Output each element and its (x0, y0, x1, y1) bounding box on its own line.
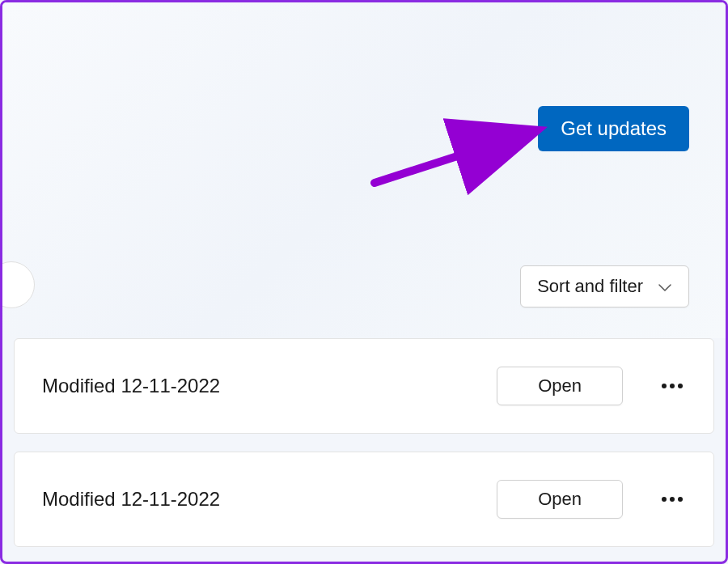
more-options-button[interactable] (655, 494, 689, 505)
more-icon (662, 384, 667, 388)
arrow-annotation (366, 114, 552, 195)
list-item: Modified 12-11-2022 Open (14, 452, 714, 547)
open-button[interactable]: Open (497, 480, 623, 519)
more-icon (670, 384, 675, 388)
more-icon (670, 497, 675, 502)
header-section: Get updates Sort and filter (2, 2, 726, 338)
svg-line-1 (375, 132, 532, 183)
open-label: Open (538, 375, 582, 396)
more-icon (678, 497, 683, 502)
more-icon (662, 497, 667, 502)
get-updates-button[interactable]: Get updates (538, 106, 689, 151)
modified-label: Modified 12-11-2022 (42, 375, 220, 397)
get-updates-label: Get updates (561, 117, 667, 139)
card-actions: Open (497, 367, 689, 405)
sort-filter-label: Sort and filter (537, 276, 643, 297)
sort-filter-button[interactable]: Sort and filter (520, 265, 689, 307)
open-label: Open (538, 489, 582, 509)
more-icon (678, 384, 683, 388)
item-list: Modified 12-11-2022 Open Modified 12-11-… (2, 338, 726, 547)
list-item: Modified 12-11-2022 Open (14, 338, 714, 434)
chevron-down-icon (658, 276, 672, 297)
modified-label: Modified 12-11-2022 (42, 488, 220, 511)
divider-circle (0, 261, 35, 308)
open-button[interactable]: Open (497, 367, 623, 405)
card-actions: Open (497, 480, 689, 519)
more-options-button[interactable] (655, 380, 689, 392)
